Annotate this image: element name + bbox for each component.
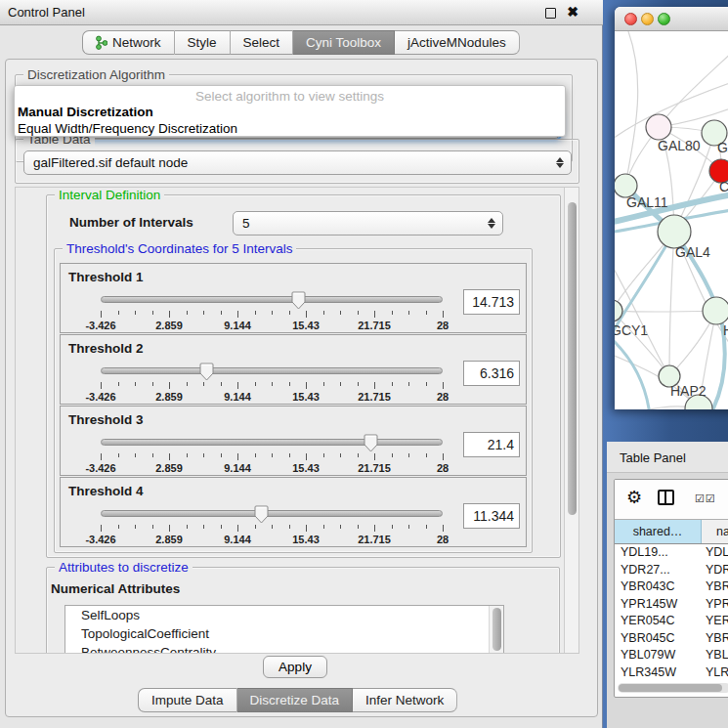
slider-tick-label: -3.426 xyxy=(85,462,115,474)
slider-tick xyxy=(221,311,222,315)
table-data-combobox-value: galFiltered.sif default node xyxy=(24,155,549,170)
table-hscrollbar-track[interactable] xyxy=(618,683,728,693)
cell-name[interactable]: YBR0 xyxy=(702,631,728,649)
slider-tick xyxy=(187,382,188,386)
attribute-list-item[interactable]: SelfLoops xyxy=(65,606,503,624)
table-data-combobox[interactable]: galFiltered.sif default node xyxy=(23,150,572,175)
control-panel-tabs: NetworkStyleSelectCyni ToolboxjActiveMNo… xyxy=(82,30,520,55)
checkbox-filter-icons[interactable]: ☑☑ xyxy=(695,492,716,505)
network-node-green[interactable] xyxy=(703,297,728,324)
slider-track[interactable] xyxy=(101,510,443,517)
network-node-pink[interactable] xyxy=(646,114,671,140)
table-row[interactable]: YBR043CYBR0 xyxy=(615,579,728,597)
threshold-value-field[interactable]: 14.713 xyxy=(463,289,520,315)
cell-shared-name[interactable]: YER054C xyxy=(615,614,702,631)
network-node-green[interactable] xyxy=(658,215,691,248)
cell-name[interactable]: YDR2 xyxy=(702,563,728,580)
slider-handle[interactable] xyxy=(199,363,214,381)
slider-track[interactable] xyxy=(101,367,443,374)
zoom-traffic-light[interactable] xyxy=(658,13,670,25)
cell-shared-name[interactable]: YPR145W xyxy=(615,597,702,615)
gear-icon[interactable]: ⚙ xyxy=(626,487,642,508)
attribute-list-item[interactable]: TopologicalCoefficient xyxy=(65,624,503,643)
slider-tick-label: 15.43 xyxy=(292,320,320,331)
cyni-bottom-tabs: Impute DataDiscretize DataInfer Network xyxy=(138,688,457,712)
table-hscrollbar-thumb[interactable] xyxy=(619,684,722,692)
settings-scrollbar-track[interactable] xyxy=(564,188,578,653)
slider-tick xyxy=(408,453,409,457)
table-row[interactable]: YDR27...YDR2 xyxy=(615,563,728,580)
settings-scrollbar-thumb[interactable] xyxy=(568,202,577,515)
slider-track[interactable] xyxy=(101,296,443,303)
slider-tick xyxy=(101,453,102,460)
cell-shared-name[interactable]: YLR345W xyxy=(615,665,702,683)
table-row[interactable]: YER054CYER0 xyxy=(615,614,728,631)
cell-name[interactable]: YDL1 xyxy=(702,545,728,563)
close-traffic-light[interactable] xyxy=(624,13,637,25)
tab-infer-network[interactable]: Infer Network xyxy=(353,688,457,712)
attributes-scrollbar-thumb[interactable] xyxy=(492,608,501,651)
apply-button[interactable]: Apply xyxy=(263,656,327,678)
cell-shared-name[interactable]: YBL079W xyxy=(615,648,702,665)
cell-shared-name[interactable]: YDL19... xyxy=(615,545,702,563)
threshold-value-field[interactable]: 11.344 xyxy=(463,503,520,529)
slider-tick xyxy=(101,311,102,318)
cell-shared-name[interactable]: YBR043C xyxy=(615,579,702,597)
network-canvas[interactable]: GAL80GAGAL11CGAL4GCY1HHAP2 xyxy=(615,31,728,409)
table-row[interactable]: YBR045CYBR0 xyxy=(615,631,728,649)
cell-name[interactable]: YBR0 xyxy=(702,579,728,597)
slider-tick xyxy=(135,311,136,315)
slider-tick xyxy=(340,453,341,457)
attributes-scrollbar-track[interactable] xyxy=(489,606,503,654)
column-layout-icon[interactable] xyxy=(658,490,674,505)
table-row[interactable]: YPR145WYPR1 xyxy=(615,597,728,615)
tab-network[interactable]: Network xyxy=(82,30,175,55)
tab-discretize-data[interactable]: Discretize Data xyxy=(237,688,354,712)
table-row[interactable]: YDL19...YDL1 xyxy=(615,545,728,563)
algorithm-option-manual[interactable]: Manual Discretization xyxy=(18,105,153,119)
threshold-slider[interactable]: -3.4262.8599.14415.4321.71528 xyxy=(96,291,448,330)
threshold-slider[interactable]: -3.4262.8599.14415.4321.71528 xyxy=(96,363,448,402)
threshold-slider[interactable]: -3.4262.8599.14415.4321.71528 xyxy=(96,434,448,473)
tab-select[interactable]: Select xyxy=(231,30,294,55)
tab-jactivemnodules[interactable]: jActiveMNodules xyxy=(395,30,520,55)
threshold-slider[interactable]: -3.4262.8599.14415.4321.71528 xyxy=(96,505,448,544)
slider-handle[interactable] xyxy=(364,434,378,452)
minimize-traffic-light[interactable] xyxy=(641,13,654,25)
column-header-shared-name[interactable]: shared… xyxy=(615,520,702,543)
cell-shared-name[interactable]: YBR045C xyxy=(615,631,702,649)
slider-tick xyxy=(187,525,188,529)
float-window-icon[interactable] xyxy=(545,8,556,19)
cell-name[interactable]: YBL0 xyxy=(702,648,728,665)
tab-style[interactable]: Style xyxy=(175,30,231,55)
table-row[interactable]: YLR345WYLR3 xyxy=(615,665,728,683)
tab-cyni-toolbox[interactable]: Cyni Toolbox xyxy=(293,30,395,55)
slider-handle[interactable] xyxy=(291,291,306,310)
attributes-group: Attributes to discretize Numerical Attri… xyxy=(46,567,560,654)
column-header-name[interactable]: na xyxy=(702,520,728,543)
slider-tick-label: 21.715 xyxy=(358,320,391,331)
threshold-value-field[interactable]: 6.316 xyxy=(463,361,520,386)
attribute-list-item[interactable]: BetweennessCentrality xyxy=(65,643,503,654)
cell-name[interactable]: YER0 xyxy=(702,614,728,631)
slider-track[interactable] xyxy=(101,439,443,446)
slider-tick xyxy=(306,525,307,532)
cell-name[interactable]: YLR3 xyxy=(702,665,728,683)
network-edge xyxy=(669,232,674,376)
slider-tick xyxy=(118,382,119,386)
threshold-value-field[interactable]: 21.4 xyxy=(463,432,520,457)
slider-tick xyxy=(135,382,136,386)
cell-shared-name[interactable]: YDR27... xyxy=(615,563,702,580)
number-of-intervals-label: Number of Intervals xyxy=(69,215,193,230)
close-icon[interactable]: ✖ xyxy=(567,4,578,20)
slider-tick xyxy=(443,525,444,532)
slider-tick xyxy=(221,453,222,457)
slider-tick-label: 2.859 xyxy=(155,320,183,331)
cell-name[interactable]: YPR1 xyxy=(702,597,728,615)
number-of-intervals-combobox[interactable]: 5 xyxy=(233,211,503,236)
table-row[interactable]: YBL079WYBL0 xyxy=(615,648,728,665)
tab-impute-data[interactable]: Impute Data xyxy=(138,688,237,712)
algorithm-option-equal-width[interactable]: Equal Width/Frequency Discretization xyxy=(18,121,237,136)
slider-handle[interactable] xyxy=(254,505,269,524)
slider-tick xyxy=(237,525,238,532)
